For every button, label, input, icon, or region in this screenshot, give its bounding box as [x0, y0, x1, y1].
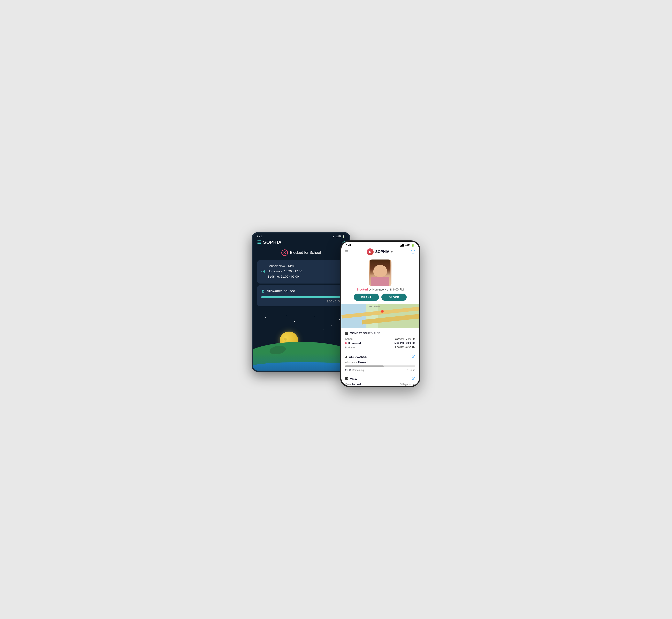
battery-icon: 🔋: [411, 244, 414, 247]
hourglass-icon: ⧗: [261, 288, 264, 294]
profile-photo: [369, 260, 392, 286]
view-title: VIEW: [350, 377, 357, 381]
allowance-times: 01:10 Remaining 2 Hours: [345, 369, 415, 371]
bedtime-time-phone: 9:00 PM - 6:30 AM: [395, 346, 415, 349]
allowance-progress-fill: [345, 365, 384, 367]
space-scene: [253, 313, 349, 370]
tablet-title: SOPHIA: [263, 239, 282, 245]
allowance-section: ⧗ ALLOWANCE ⓘ Allowance Paused 01:10: [345, 352, 415, 374]
view-info-icon[interactable]: ⓘ: [412, 377, 415, 381]
schedules-title-group: ▦ MONDAY SCHEDULES: [345, 331, 380, 335]
blocked-keyword: Blocked: [356, 288, 367, 291]
phone-title-text: SOPHIA: [375, 250, 389, 254]
view-header: 🖼 VIEW ⓘ: [345, 377, 415, 381]
chevron-down-icon[interactable]: ▾: [391, 250, 393, 254]
schedule-item-bedtime: Bedtime 9:00 PM - 6:30 AM: [345, 345, 415, 350]
view-row: View Paused 3 flags today: [345, 383, 415, 386]
tablet-dark: 9:41 ▲ WiFi 🔋 ☰ SOPHIA ⊞ ✕ Blocked for S…: [252, 232, 350, 372]
allowance-card: ⧗ Allowance paused 2:00 / 2:00: [257, 285, 345, 306]
phone-status-bar: 5:41 WiFi 🔋: [341, 242, 419, 248]
hourglass-icon-phone: ⧗: [345, 355, 347, 359]
allowance-remaining: 01:10 Remaining: [345, 369, 364, 371]
star: [315, 316, 315, 317]
map-pin: 📍: [379, 310, 386, 316]
phone-hamburger-icon[interactable]: ☰: [345, 250, 348, 254]
crater: [284, 338, 287, 341]
star: [339, 319, 340, 320]
phone-header: ☰ S SOPHIA ▾ ⓘ: [341, 248, 419, 258]
time-display: 2:00 / 2:00: [261, 299, 341, 303]
earth-ocean: [253, 362, 349, 370]
schedule-item-homework: Homework 5:00 PM - 6:00 PM: [345, 341, 415, 345]
allowance-status-value: Paused: [358, 361, 367, 364]
schedules-section: ▦ MONDAY SCHEDULES School 8:30 AM - 2:00…: [345, 328, 415, 352]
content-sections: ▦ MONDAY SCHEDULES School 8:30 AM - 2:00…: [341, 328, 419, 386]
blocked-label: Blocked for School: [290, 251, 321, 255]
schedule-times: School: Now - 14:00 Homework: 15:30 - 17…: [268, 263, 302, 279]
school-time: School: Now - 14:00: [268, 263, 302, 269]
school-label: School: [345, 337, 353, 340]
phone-white: 5:41 WiFi 🔋 ☰ S SOPHIA: [340, 240, 420, 387]
block-button[interactable]: BLOCK: [381, 293, 407, 301]
tablet-wifi-icon: WiFi: [336, 235, 341, 238]
tablet-signal-icon: ▲: [332, 235, 335, 238]
action-buttons: GRANT BLOCK: [354, 293, 407, 301]
phone-title-group: S SOPHIA ▾: [366, 249, 393, 255]
bedtime-label: Bedtime: [345, 346, 355, 349]
map-label: State Reserve: [368, 305, 380, 307]
bedtime-time: Bedtime: 21:00 - 06:00: [268, 274, 302, 279]
allowance-title-group: ⧗ ALLOWANCE: [345, 355, 367, 359]
phone-inner: 5:41 WiFi 🔋 ☰ S SOPHIA: [341, 242, 419, 386]
star: [294, 321, 295, 322]
tablet-header: ☰ SOPHIA ⊞: [253, 239, 349, 247]
profile-section: Blocked by Homework until 6:00 PM GRANT …: [341, 258, 419, 304]
allowance-title: ALLOWANCE: [349, 355, 367, 358]
tablet-battery-icon: 🔋: [342, 235, 345, 238]
allowance-remaining-value: 01:10: [345, 369, 351, 371]
homework-time-phone: 5:00 PM - 6:00 PM: [395, 342, 415, 345]
schedules-header: ▦ MONDAY SCHEDULES: [345, 331, 415, 335]
view-flags: 3 flags today: [400, 383, 415, 386]
view-status-value: Paused: [352, 383, 361, 386]
school-time-phone: 8:30 AM - 2:00 PM: [395, 337, 415, 340]
avatar: S: [366, 249, 374, 255]
view-section: 🖼 VIEW ⓘ View Paused 3 flags today: [345, 374, 415, 386]
schedule-card: ◷ School: Now - 14:00 Homework: 15:30 - …: [257, 260, 345, 284]
map-section: State Reserve 📍: [341, 304, 419, 328]
grant-button[interactable]: GRANT: [354, 293, 379, 301]
blocked-x-icon: ✕: [281, 250, 288, 256]
calendar-icon: ▦: [345, 331, 348, 335]
view-status-label: View Paused: [345, 383, 361, 386]
allowance-status-label: Allowance Paused: [345, 361, 415, 364]
image-icon: 🖼: [345, 377, 348, 381]
dot-red: [345, 342, 347, 344]
schedule-item-school: School 8:30 AM - 2:00 PM: [345, 337, 415, 341]
wifi-icon: WiFi: [405, 244, 410, 247]
scene: 9:41 ▲ WiFi 🔋 ☰ SOPHIA ⊞ ✕ Blocked for S…: [252, 232, 420, 387]
clock-icon: ◷: [261, 269, 265, 274]
allowance-total: 2 Hours: [407, 369, 415, 371]
alert-icon[interactable]: ⓘ: [411, 249, 415, 255]
blocked-detail: by Homework until 6:00 PM: [368, 288, 404, 291]
tablet-status-bar: 9:41 ▲ WiFi 🔋: [253, 233, 349, 239]
schedules-title: MONDAY SCHEDULES: [350, 332, 380, 335]
tablet-time: 9:41: [257, 235, 262, 238]
star: [323, 330, 324, 330]
star: [265, 317, 266, 318]
allowance-progress-bar-bg: [345, 365, 415, 367]
continent: [269, 345, 286, 355]
homework-label: Homework: [345, 342, 361, 345]
allowance-progress-fill: [261, 296, 341, 298]
star: [331, 326, 332, 326]
allowance-header: ⧗ ALLOWANCE ⓘ: [345, 355, 415, 359]
allowance-label: Allowance paused: [267, 289, 295, 293]
blocked-banner: ✕ Blocked for School: [253, 247, 349, 259]
star: [286, 315, 286, 316]
earth: [253, 342, 349, 370]
view-title-group: 🖼 VIEW: [345, 377, 357, 381]
signal-icon: [400, 244, 404, 247]
allowance-remaining-label: Remaining: [352, 369, 364, 371]
hamburger-icon[interactable]: ☰: [257, 240, 261, 245]
phone-time: 5:41: [346, 244, 351, 247]
allowance-info-icon[interactable]: ⓘ: [412, 355, 415, 359]
